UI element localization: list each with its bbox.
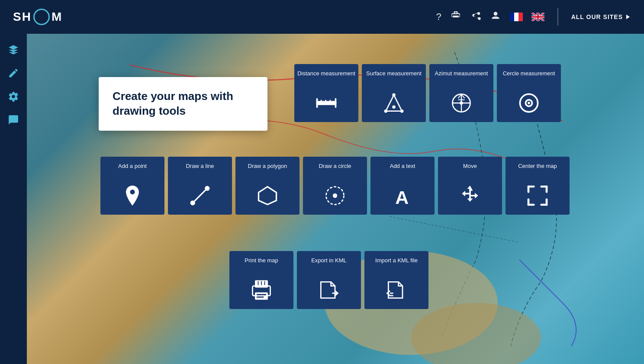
import-kml-icon <box>384 277 409 303</box>
svg-rect-7 <box>325 100 326 105</box>
share-icon[interactable] <box>470 10 481 24</box>
svg-line-23 <box>194 190 206 201</box>
distance-icon <box>314 90 338 116</box>
svg-rect-35 <box>528 199 530 206</box>
svg-marker-24 <box>258 187 276 204</box>
tool-surface-label: Surface measurement <box>366 70 422 86</box>
draw-line-icon <box>188 183 212 209</box>
svg-point-20 <box>528 102 530 104</box>
svg-point-1 <box>411 303 541 364</box>
flag-uk[interactable] <box>531 13 544 21</box>
svg-point-12 <box>400 110 403 113</box>
tool-import-label: Import a KML file <box>375 257 418 273</box>
tool-draw-polygon[interactable]: Draw a polygon <box>235 157 299 215</box>
surface-icon <box>382 90 406 116</box>
header-icons: ? ALL OUR S <box>436 8 631 26</box>
svg-rect-37 <box>546 199 548 206</box>
tooltip-card: Create your maps with drawing tools <box>99 77 267 131</box>
svg-rect-6 <box>321 100 322 105</box>
tool-draw-circle-label: Draw a circle <box>319 163 351 178</box>
tool-distance-label: Distance measurement <box>297 70 355 86</box>
tool-azimut-measurement[interactable]: Azimut measurement <box>429 64 493 122</box>
tool-draw-line[interactable]: Draw a line <box>168 157 232 215</box>
tool-move-label: Move <box>463 163 477 178</box>
tool-surface-measurement[interactable]: Surface measurement <box>362 64 426 122</box>
svg-rect-4 <box>316 98 318 108</box>
drawing-tool-grid: Add a point Draw a line Draw a polygon <box>100 157 570 215</box>
tool-print-map[interactable]: Print the map <box>229 251 293 309</box>
sidebar <box>0 34 27 364</box>
tool-cercle-label: Cercle measurement <box>503 70 555 86</box>
svg-rect-5 <box>335 98 337 108</box>
logo-circle <box>33 9 50 25</box>
header: SH M ? <box>0 0 644 34</box>
svg-rect-42 <box>257 294 266 295</box>
help-icon[interactable]: ? <box>436 11 441 23</box>
tool-add-point-label: Add a point <box>118 163 147 178</box>
svg-rect-31 <box>528 186 530 193</box>
tool-export-kml[interactable]: Export in KML <box>297 251 361 309</box>
utility-tool-grid: Print the map Export in KML <box>229 251 428 309</box>
sidebar-item-chat[interactable] <box>4 110 23 129</box>
logo[interactable]: SH M <box>13 9 62 25</box>
tool-add-point[interactable]: Add a point <box>100 157 164 215</box>
add-point-icon <box>120 183 145 209</box>
tool-azimut-label: Azimut measurement <box>435 70 488 86</box>
tool-move[interactable]: Move <box>438 157 502 215</box>
print-map-icon <box>249 277 274 303</box>
sidebar-item-layers[interactable] <box>4 40 23 59</box>
logo-text-m: M <box>52 10 62 24</box>
svg-point-13 <box>392 106 395 109</box>
svg-rect-40 <box>255 293 268 300</box>
print-icon[interactable] <box>450 10 461 24</box>
flag-french[interactable] <box>510 13 523 21</box>
svg-text:A: A <box>395 187 409 208</box>
tool-draw-line-label: Draw a line <box>186 163 214 178</box>
center-map-icon <box>525 183 550 209</box>
draw-circle-icon <box>323 183 347 209</box>
svg-point-11 <box>392 93 395 97</box>
cercle-icon <box>517 90 541 116</box>
tooltip-title: Create your maps with drawing tools <box>113 89 254 119</box>
azimut-icon <box>449 90 473 116</box>
tool-center-map[interactable]: Center the map <box>506 157 570 215</box>
add-text-icon: A <box>390 183 415 209</box>
header-divider <box>557 8 558 26</box>
move-icon <box>458 183 482 209</box>
tool-distance-measurement[interactable]: Distance measurement <box>294 64 358 122</box>
logo-text-sh: SH <box>13 10 32 24</box>
tool-add-text[interactable]: Add a text A <box>370 157 435 215</box>
svg-rect-43 <box>257 296 264 298</box>
tool-export-label: Export in KML <box>311 257 347 273</box>
sidebar-item-drawing[interactable] <box>4 64 23 83</box>
tool-draw-polygon-label: Draw a polygon <box>248 163 287 178</box>
tool-import-kml[interactable]: Import a KML file <box>364 251 428 309</box>
svg-rect-8 <box>329 100 331 105</box>
tool-cercle-measurement[interactable]: Cercle measurement <box>497 64 561 122</box>
tool-add-text-label: Add a text <box>390 163 415 178</box>
export-kml-icon <box>317 277 341 303</box>
all-sites-button[interactable]: ALL OUR SITES <box>571 13 631 20</box>
sidebar-item-settings[interactable] <box>4 87 23 106</box>
draw-polygon-icon <box>255 183 280 209</box>
svg-point-17 <box>460 101 463 104</box>
measurement-tool-grid: Distance measurement Surface measurement <box>294 64 561 122</box>
svg-rect-33 <box>546 186 548 193</box>
svg-point-10 <box>384 110 387 113</box>
user-icon[interactable] <box>490 10 501 24</box>
tool-center-map-label: Center the map <box>518 163 557 178</box>
svg-point-41 <box>266 289 268 291</box>
tool-print-label: Print the map <box>245 257 278 273</box>
tool-draw-circle[interactable]: Draw a circle <box>303 157 367 215</box>
